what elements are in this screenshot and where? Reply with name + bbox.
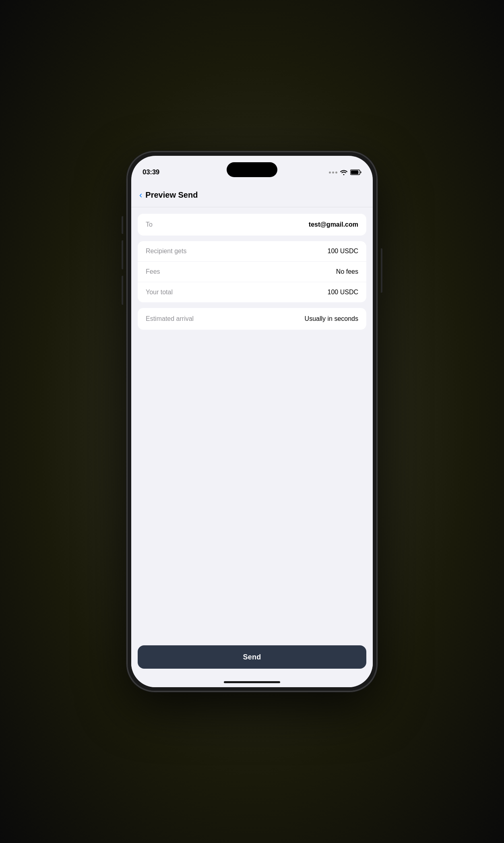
power-button [381,248,382,293]
to-row: To test@gmail.com [138,214,366,236]
mute-button [122,216,123,234]
volume-down-button [122,276,123,305]
status-time: 03:39 [143,168,159,176]
send-button[interactable]: Send [138,645,366,669]
recipient-gets-row: Recipient gets 100 USDC [138,241,366,261]
battery-icon [350,169,361,175]
recipient-gets-value: 100 USDC [328,248,358,255]
estimated-arrival-label: Estimated arrival [146,315,194,322]
status-icons [329,169,361,175]
recipient-gets-label: Recipient gets [146,248,186,255]
to-value: test@gmail.com [309,221,358,228]
signal-dots-icon [329,171,337,174]
arrival-row: Estimated arrival Usually in seconds [138,308,366,330]
fees-row: Fees No fees [138,261,366,282]
fees-value: No fees [336,268,358,275]
estimated-arrival-value: Usually in seconds [305,315,358,322]
nav-header: ‹ Preview Send [131,183,373,207]
phone-screen: 03:39 [131,156,373,687]
fees-label: Fees [146,268,160,275]
volume-up-button [122,240,123,269]
wifi-icon [340,169,347,175]
svg-rect-1 [351,171,359,174]
back-chevron-icon: ‹ [139,191,142,200]
home-indicator [224,681,280,683]
phone-frame: 03:39 [127,152,377,691]
back-button[interactable]: ‹ [139,189,142,201]
arrival-card: Estimated arrival Usually in seconds [138,308,366,330]
dynamic-island [227,162,277,177]
your-total-label: Your total [146,289,173,296]
details-card: Recipient gets 100 USDC Fees No fees You… [138,241,366,302]
content-area: To test@gmail.com Recipient gets 100 USD… [131,207,373,687]
to-label: To [146,221,153,228]
to-card: To test@gmail.com [138,214,366,236]
your-total-value: 100 USDC [328,289,358,296]
your-total-row: Your total 100 USDC [138,282,366,302]
send-button-container: Send [138,645,366,669]
page-title: Preview Send [145,190,198,200]
